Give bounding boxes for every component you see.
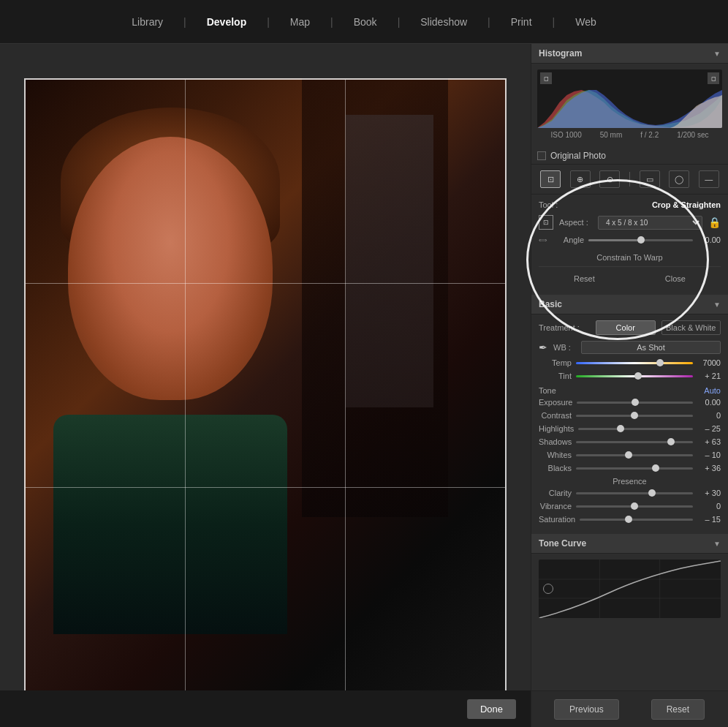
iso-value: ISO 1000 (550, 131, 581, 139)
blacks-slider-thumb[interactable] (652, 464, 659, 472)
photo-bottom-bar: Done (0, 690, 531, 727)
basic-title: Basic (539, 299, 562, 309)
tone-curve-header[interactable]: Tone Curve ▼ (531, 534, 728, 554)
clarity-slider-thumb[interactable] (648, 489, 656, 497)
histogram-expand-icon: ▼ (713, 50, 721, 58)
focal-length: 50 mm (600, 131, 623, 139)
blacks-value: + 36 (697, 464, 721, 472)
nav-item-slideshow[interactable]: Slideshow (414, 13, 473, 31)
bottom-action-bar: Previous Reset (531, 690, 728, 727)
tool-divider (629, 172, 630, 187)
vibrance-slider-thumb[interactable] (631, 502, 638, 510)
tint-slider-row: Tint + 21 (539, 372, 721, 380)
highlights-slider-track[interactable] (578, 428, 693, 430)
auto-button[interactable]: Auto (704, 386, 721, 395)
shadows-slider-thumb[interactable] (667, 438, 675, 445)
photo-container (24, 78, 507, 693)
clarity-slider-row: Clarity + 30 (539, 489, 721, 497)
histogram-ctrl-btn[interactable]: ◻ (708, 72, 719, 84)
done-button[interactable]: Done (467, 699, 516, 719)
crop-reset-button[interactable]: Reset (559, 271, 610, 286)
lock-icon[interactable]: 🔒 (708, 216, 721, 228)
nav-item-book[interactable]: Book (348, 13, 383, 31)
basic-panel-header[interactable]: Basic ▼ (531, 295, 728, 314)
reset-button[interactable]: Reset (651, 699, 705, 720)
tone-curve-title: Tone Curve (539, 538, 586, 549)
bw-treatment-button[interactable]: Black & White (661, 320, 721, 335)
angle-slider-fill (588, 239, 641, 241)
tint-slider-track[interactable] (576, 375, 693, 377)
tone-curve-section (531, 554, 728, 624)
spot-removal-button[interactable]: ⊕ (570, 170, 591, 188)
previous-button[interactable]: Previous (554, 699, 619, 720)
nav-item-library[interactable]: Library (126, 13, 169, 31)
histogram-left-button[interactable]: ◻ (540, 72, 552, 84)
shadows-label: Shadows (539, 437, 572, 446)
shadows-slider-track[interactable] (576, 441, 693, 443)
nav-item-print[interactable]: Print (505, 13, 538, 31)
angle-slider-thumb[interactable] (637, 236, 645, 244)
nav-item-web[interactable]: Web (569, 13, 602, 31)
wb-value-button[interactable]: As Shot (581, 341, 721, 354)
whites-slider-track[interactable] (576, 454, 693, 456)
histogram-header[interactable]: Histogram ▼ (531, 44, 728, 64)
contrast-value: 0 (697, 411, 721, 420)
temp-slider-row: Temp 7000 (539, 358, 721, 367)
saturation-slider-track[interactable] (580, 519, 693, 521)
eyedropper-icon[interactable]: ✒ (539, 342, 547, 353)
adjustment-brush-button[interactable]: — (699, 170, 719, 188)
original-photo-label: Original Photo (550, 151, 606, 161)
exposure-slider-track[interactable] (577, 402, 693, 404)
exposure-value: 0.00 (697, 398, 721, 407)
nav-item-develop[interactable]: Develop (201, 13, 252, 31)
saturation-label: Saturation (539, 515, 575, 524)
angle-slider-track[interactable] (588, 239, 693, 241)
histogram-chart (537, 69, 722, 128)
whites-value: – 10 (697, 451, 721, 459)
photo-background (24, 78, 507, 693)
blacks-slider-row: Blacks + 36 (539, 464, 721, 472)
original-photo-checkbox[interactable] (537, 151, 546, 160)
treatment-row: Treatment : Color Black & White (539, 320, 721, 335)
radial-filter-button[interactable]: ◯ (669, 170, 689, 188)
crop-close-button[interactable]: Close (651, 271, 700, 286)
constrain-row: Constrain To Warp (539, 249, 721, 266)
tint-value: + 21 (697, 372, 721, 380)
photo-panel[interactable]: Done (0, 44, 531, 727)
whites-slider-thumb[interactable] (625, 451, 632, 459)
tone-curve-expand-icon: ▼ (713, 540, 721, 548)
tool-value: Crop & Straighten (652, 200, 721, 209)
presence-label: Presence (539, 477, 721, 486)
basic-expand-icon: ▼ (713, 301, 721, 309)
constrain-button[interactable]: Constrain To Warp (596, 253, 662, 262)
aspect-selector[interactable]: 4 x 5 / 8 x 10 1 x 1 2 x 3 16 x 9 Origin… (598, 216, 702, 230)
tint-slider-thumb[interactable] (634, 372, 642, 380)
angle-label: Angle (551, 236, 584, 244)
color-treatment-button[interactable]: Color (596, 320, 656, 335)
exposure-slider-thumb[interactable] (632, 399, 639, 406)
clarity-slider-track[interactable] (576, 492, 693, 494)
saturation-slider-thumb[interactable] (625, 516, 632, 523)
exposure-slider-row: Exposure 0.00 (539, 398, 721, 407)
angle-slider-row: ⟺ Angle 0.00 (539, 236, 721, 244)
crop-tool-button[interactable]: ⊡ (540, 170, 561, 188)
tool-strip: ⊡ ⊕ ⊙ ▭ ◯ — (531, 164, 728, 195)
angle-slider-icon: ⟺ (539, 237, 547, 244)
aspect-label: Aspect : (559, 218, 592, 227)
nav-item-map[interactable]: Map (284, 13, 316, 31)
tone-curve-circle-button[interactable] (543, 584, 553, 594)
highlights-value: – 25 (697, 424, 721, 433)
wb-row: ✒ WB : As Shot (539, 341, 721, 354)
tint-label: Tint (539, 372, 572, 380)
contrast-slider-thumb[interactable] (631, 412, 638, 419)
highlights-slider-thumb[interactable] (617, 425, 624, 432)
redeye-button[interactable]: ⊙ (599, 170, 620, 188)
vibrance-slider-track[interactable] (576, 505, 693, 508)
wb-label: WB : (553, 343, 575, 352)
temp-slider-thumb[interactable] (656, 359, 664, 366)
contrast-slider-track[interactable] (576, 415, 693, 417)
temp-slider-track[interactable] (576, 362, 693, 364)
graduated-filter-button[interactable]: ▭ (640, 170, 660, 188)
blacks-slider-track[interactable] (576, 467, 693, 470)
aspect-row: ⊡ Aspect : 4 x 5 / 8 x 10 1 x 1 2 x 3 16… (539, 215, 721, 230)
